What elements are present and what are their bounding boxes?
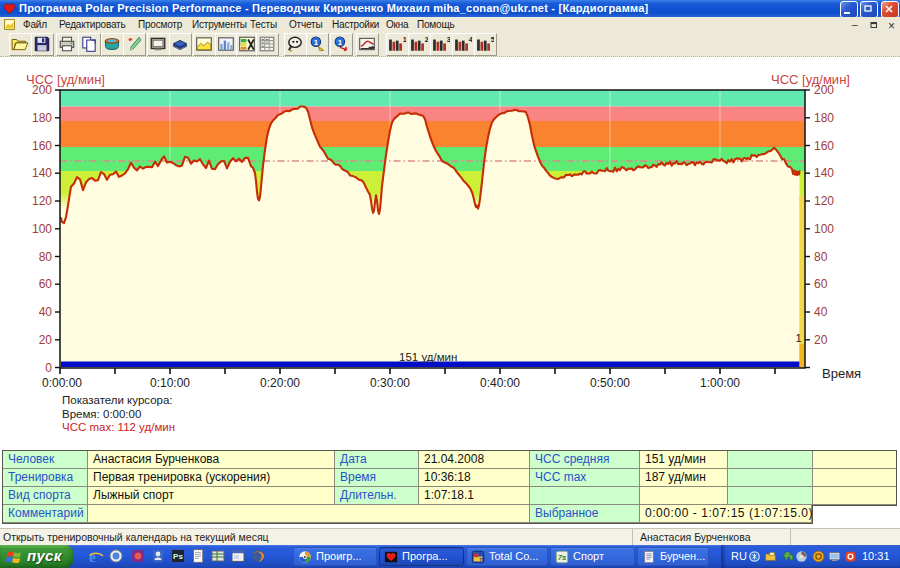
svg-text:2: 2 <box>425 35 428 44</box>
svg-text:7s: 7s <box>558 553 567 562</box>
svg-text:4: 4 <box>469 35 472 44</box>
svg-text:1: 1 <box>338 38 343 47</box>
svg-text:5: 5 <box>491 35 494 44</box>
svg-text:3: 3 <box>447 35 450 44</box>
svg-text:e: e <box>89 549 96 565</box>
svg-text:Ps: Ps <box>173 552 183 561</box>
svg-text:1: 1 <box>314 38 319 47</box>
svg-text:TC: TC <box>479 556 485 561</box>
svg-text:1: 1 <box>403 35 406 44</box>
